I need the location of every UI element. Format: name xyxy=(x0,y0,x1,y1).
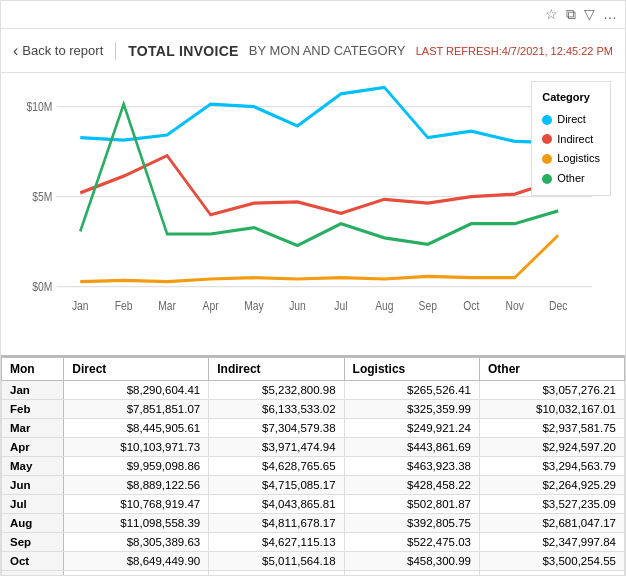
legend-item-logistics: Logistics xyxy=(542,149,600,169)
cell-5-3: $428,458.22 xyxy=(344,476,479,495)
cell-8-0: Sep xyxy=(2,533,64,552)
cell-7-4: $2,681,047.17 xyxy=(479,514,624,533)
cell-7-2: $4,811,678.17 xyxy=(209,514,344,533)
col-header-direct: Direct xyxy=(64,358,209,381)
cell-0-4: $3,057,276.21 xyxy=(479,381,624,400)
cell-1-3: $325,359.99 xyxy=(344,400,479,419)
col-header-indirect: Indirect xyxy=(209,358,344,381)
col-header-mon: Mon xyxy=(2,358,64,381)
legend-label-other: Other xyxy=(557,169,585,189)
chart-legend: Category Direct Indirect Logistics Other xyxy=(531,81,611,196)
cell-1-2: $6,133,533.02 xyxy=(209,400,344,419)
indirect-color-dot xyxy=(542,134,552,144)
svg-text:$5M: $5M xyxy=(32,188,52,202)
cell-4-0: May xyxy=(2,457,64,476)
cell-8-2: $4,627,115.13 xyxy=(209,533,344,552)
other-color-dot xyxy=(542,174,552,184)
back-button[interactable]: ‹ Back to report xyxy=(13,42,116,60)
table-row: May$9,959,098.86$4,628,765.65$463,923.38… xyxy=(2,457,625,476)
pin-icon[interactable]: ☆ xyxy=(545,6,558,23)
svg-text:Feb: Feb xyxy=(115,298,133,312)
svg-text:Jul: Jul xyxy=(334,298,347,312)
cell-9-3: $458,300.99 xyxy=(344,552,479,571)
cell-4-3: $463,923.38 xyxy=(344,457,479,476)
table-row: Feb$7,851,851.07$6,133,533.02$325,359.99… xyxy=(2,400,625,419)
cell-9-1: $8,649,449.90 xyxy=(64,552,209,571)
svg-text:Mar: Mar xyxy=(158,298,176,312)
col-header-logistics: Logistics xyxy=(344,358,479,381)
svg-text:Oct: Oct xyxy=(463,298,480,312)
cell-3-0: Apr xyxy=(2,438,64,457)
table-row: Nov$7,871,811.95$5,093,892.03$470,234.03… xyxy=(2,571,625,576)
table-row: Sep$8,305,389.63$4,627,115.13$522,475.03… xyxy=(2,533,625,552)
cell-6-1: $10,768,919.47 xyxy=(64,495,209,514)
legend-label-direct: Direct xyxy=(557,110,586,130)
cell-6-0: Jul xyxy=(2,495,64,514)
legend-item-indirect: Indirect xyxy=(542,130,600,150)
cell-3-3: $443,861.69 xyxy=(344,438,479,457)
cell-2-1: $8,445,905.61 xyxy=(64,419,209,438)
page-subtitle: BY MON AND CATEGORY xyxy=(249,43,406,58)
topbar: ☆ ⧉ ▽ … xyxy=(1,1,625,29)
chart-area: Category Direct Indirect Logistics Other xyxy=(1,73,625,355)
svg-text:$10M: $10M xyxy=(26,98,52,112)
cell-10-0: Nov xyxy=(2,571,64,576)
page-title: TOTAL INVOICE xyxy=(128,43,238,59)
svg-text:Nov: Nov xyxy=(506,298,525,312)
cell-2-0: Mar xyxy=(2,419,64,438)
cell-8-4: $2,347,997.84 xyxy=(479,533,624,552)
logistics-line xyxy=(80,235,558,281)
more-icon[interactable]: … xyxy=(603,6,617,23)
cell-3-4: $2,924,597.20 xyxy=(479,438,624,457)
cell-4-1: $9,959,098.86 xyxy=(64,457,209,476)
data-table: Mon Direct Indirect Logistics Other Jan$… xyxy=(1,357,625,575)
cell-0-0: Jan xyxy=(2,381,64,400)
cell-5-0: Jun xyxy=(2,476,64,495)
logistics-color-dot xyxy=(542,154,552,164)
cell-3-1: $10,103,971.73 xyxy=(64,438,209,457)
table-row: Jan$8,290,604.41$5,232,800.98$265,526.41… xyxy=(2,381,625,400)
cell-10-1: $7,871,811.95 xyxy=(64,571,209,576)
svg-text:Aug: Aug xyxy=(375,298,393,312)
filter-icon[interactable]: ▽ xyxy=(584,6,595,23)
table-row: Mar$8,445,905.61$7,304,579.38$249,921.24… xyxy=(2,419,625,438)
direct-line xyxy=(80,87,558,142)
cell-4-2: $4,628,765.65 xyxy=(209,457,344,476)
topbar-icons: ☆ ⧉ ▽ … xyxy=(545,6,617,23)
cell-8-3: $522,475.03 xyxy=(344,533,479,552)
data-table-wrapper[interactable]: Mon Direct Indirect Logistics Other Jan$… xyxy=(1,355,625,575)
cell-4-4: $3,294,563.79 xyxy=(479,457,624,476)
cell-1-1: $7,851,851.07 xyxy=(64,400,209,419)
legend-label-indirect: Indirect xyxy=(557,130,593,150)
cell-1-4: $10,032,167.01 xyxy=(479,400,624,419)
cell-2-4: $2,937,581.75 xyxy=(479,419,624,438)
cell-5-4: $2,264,925.29 xyxy=(479,476,624,495)
table-header-row: Mon Direct Indirect Logistics Other xyxy=(2,358,625,381)
cell-9-2: $5,011,564.18 xyxy=(209,552,344,571)
cell-0-1: $8,290,604.41 xyxy=(64,381,209,400)
cell-10-4: $3,525,690.26 xyxy=(479,571,624,576)
cell-9-0: Oct xyxy=(2,552,64,571)
cell-0-2: $5,232,800.98 xyxy=(209,381,344,400)
copy-icon[interactable]: ⧉ xyxy=(566,6,576,23)
col-header-other: Other xyxy=(479,358,624,381)
refresh-timestamp: LAST REFRESH:4/7/2021, 12:45:22 PM xyxy=(416,45,613,57)
cell-2-2: $7,304,579.38 xyxy=(209,419,344,438)
cell-6-4: $3,527,235.09 xyxy=(479,495,624,514)
cell-2-3: $249,921.24 xyxy=(344,419,479,438)
cell-7-3: $392,805.75 xyxy=(344,514,479,533)
header: ‹ Back to report TOTAL INVOICE BY MON AN… xyxy=(1,29,625,73)
cell-7-0: Aug xyxy=(2,514,64,533)
legend-item-direct: Direct xyxy=(542,110,600,130)
cell-6-2: $4,043,865.81 xyxy=(209,495,344,514)
cell-5-2: $4,715,085.17 xyxy=(209,476,344,495)
cell-0-3: $265,526.41 xyxy=(344,381,479,400)
other-line xyxy=(80,104,558,245)
table-row: Jun$8,889,122.56$4,715,085.17$428,458.22… xyxy=(2,476,625,495)
legend-item-other: Other xyxy=(542,169,600,189)
svg-text:Sep: Sep xyxy=(419,298,437,312)
cell-8-1: $8,305,389.63 xyxy=(64,533,209,552)
legend-label-logistics: Logistics xyxy=(557,149,600,169)
table-row: Apr$10,103,971.73$3,971,474.94$443,861.6… xyxy=(2,438,625,457)
table-row: Aug$11,098,558.39$4,811,678.17$392,805.7… xyxy=(2,514,625,533)
